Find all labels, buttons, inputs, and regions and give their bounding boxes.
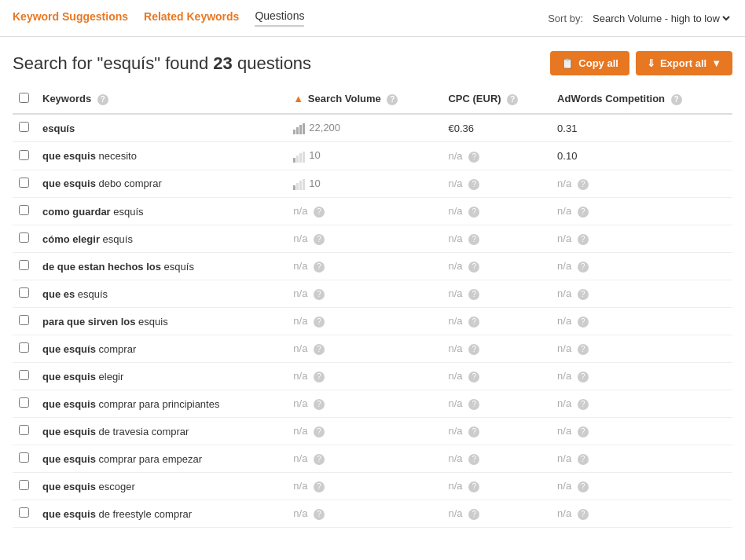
keyword-bold: que es	[42, 288, 75, 300]
volume-na-help-icon[interactable]: ?	[314, 426, 325, 437]
copy-icon: 📋	[561, 57, 574, 69]
adwords-na-help-icon[interactable]: ?	[578, 481, 589, 492]
volume-value: n/a	[293, 232, 307, 244]
cpc-na-help-icon[interactable]: ?	[468, 344, 479, 355]
cpc-na-help-icon[interactable]: ?	[468, 481, 479, 492]
adwords-na-help-icon[interactable]: ?	[578, 262, 589, 273]
cpc-na-help-icon[interactable]: ?	[468, 234, 479, 245]
keyword-bold: que esquis	[42, 371, 96, 382]
row-checkbox[interactable]	[19, 507, 29, 518]
keyword-normal: esquís	[111, 206, 144, 218]
adwords-help-icon[interactable]: ?	[671, 94, 682, 105]
adwords-na-help-icon[interactable]: ?	[578, 234, 589, 245]
adwords-na-help-icon[interactable]: ?	[578, 317, 589, 328]
adwords-na-help-icon[interactable]: ?	[578, 207, 589, 218]
select-all-checkbox[interactable]	[19, 93, 29, 103]
volume-na-help-icon[interactable]: ?	[314, 344, 325, 355]
table-row: que esquis elegirn/a ?n/a ?n/a ?	[13, 363, 732, 390]
tab-related-keywords[interactable]: Related Keywords	[144, 10, 239, 26]
row-checkbox[interactable]	[19, 150, 29, 160]
export-all-button[interactable]: ⇓ Export all ▼	[636, 51, 732, 75]
row-checkbox[interactable]	[19, 397, 29, 408]
adwords-value: n/a	[557, 452, 571, 464]
adwords-cell: n/a ?	[551, 473, 732, 500]
volume-na-help-icon[interactable]: ?	[314, 317, 325, 328]
keyword-normal: escoger	[96, 481, 135, 492]
cpc-na-help-icon[interactable]: ?	[468, 399, 479, 410]
adwords-cell: n/a ?	[551, 445, 732, 473]
volume-na-help-icon[interactable]: ?	[314, 207, 325, 218]
cpc-cell: n/a ?	[442, 170, 551, 197]
copy-all-button[interactable]: 📋 Copy all	[550, 51, 629, 75]
row-checkbox[interactable]	[19, 342, 29, 353]
volume-cell: 10	[287, 142, 442, 170]
volume-value: 10	[309, 178, 320, 189]
row-checkbox[interactable]	[19, 480, 29, 490]
volume-value: n/a	[293, 425, 307, 437]
row-checkbox[interactable]	[19, 205, 29, 215]
volume-value: n/a	[293, 397, 307, 409]
cpc-na-help-icon[interactable]: ?	[468, 289, 479, 300]
adwords-na-help-icon[interactable]: ?	[578, 372, 589, 382]
cpc-cell: n/a ?	[442, 142, 551, 170]
row-checkbox[interactable]	[19, 425, 29, 435]
volume-na-help-icon[interactable]: ?	[314, 509, 325, 520]
tab-keyword-suggestions[interactable]: Keyword Suggestions	[13, 10, 128, 26]
row-checkbox[interactable]	[19, 122, 29, 132]
adwords-na-help-icon[interactable]: ?	[578, 426, 589, 437]
keywords-help-icon[interactable]: ?	[97, 94, 108, 105]
tab-questions[interactable]: Questions	[255, 9, 304, 27]
search-volume-help-icon[interactable]: ?	[387, 94, 398, 105]
keyword-bold: que esquis	[42, 508, 96, 520]
adwords-cell: n/a ?	[551, 418, 732, 445]
row-checkbox[interactable]	[19, 287, 29, 298]
adwords-na-help-icon[interactable]: ?	[578, 454, 589, 465]
row-checkbox[interactable]	[19, 370, 29, 380]
svg-rect-7	[303, 152, 305, 163]
row-checkbox[interactable]	[19, 232, 29, 243]
adwords-cell: 0.31	[551, 114, 732, 142]
volume-na-help-icon[interactable]: ?	[314, 454, 325, 465]
select-all-cell[interactable]	[13, 85, 36, 114]
row-checkbox[interactable]	[19, 315, 29, 325]
volume-value: n/a	[293, 342, 307, 354]
volume-na-help-icon[interactable]: ?	[314, 372, 325, 382]
cpc-na-help-icon[interactable]: ?	[468, 509, 479, 520]
cpc-cell: n/a ?	[442, 198, 551, 225]
adwords-na-help-icon[interactable]: ?	[578, 399, 589, 410]
row-checkbox[interactable]	[19, 452, 29, 463]
cpc-na-help-icon[interactable]: ?	[468, 454, 479, 465]
cpc-na-help-icon[interactable]: ?	[468, 426, 479, 437]
adwords-na-help-icon[interactable]: ?	[578, 289, 589, 300]
col-cpc: CPC (EUR) ?	[442, 85, 551, 114]
cpc-na-help-icon[interactable]: ?	[468, 372, 479, 382]
cpc-na-help-icon[interactable]: ?	[468, 262, 479, 273]
cpc-na-help-icon[interactable]: ?	[468, 317, 479, 328]
volume-na-help-icon[interactable]: ?	[314, 289, 325, 300]
row-checkbox[interactable]	[19, 260, 29, 270]
adwords-cell: n/a ?	[551, 500, 732, 528]
keyword-normal: necesito	[96, 150, 137, 162]
keyword-cell: que esquis comprar para empezar	[36, 445, 287, 473]
sort-select[interactable]: Search Volume - high to low Search Volum…	[589, 12, 732, 25]
cpc-na-help-icon[interactable]: ?	[468, 179, 479, 190]
cpc-value: €0.36	[448, 123, 474, 134]
adwords-na-help-icon[interactable]: ?	[578, 344, 589, 355]
volume-na-help-icon[interactable]: ?	[314, 262, 325, 273]
keyword-normal: esquís	[100, 233, 133, 245]
cpc-na-help-icon[interactable]: ?	[468, 152, 479, 163]
volume-na-help-icon[interactable]: ?	[314, 234, 325, 245]
adwords-na-help-icon[interactable]: ?	[578, 179, 589, 190]
adwords-value: n/a	[557, 425, 571, 437]
row-checkbox[interactable]	[19, 178, 29, 188]
volume-na-help-icon[interactable]: ?	[314, 399, 325, 410]
svg-rect-11	[303, 179, 305, 190]
volume-cell: n/a ?	[287, 418, 442, 445]
cpc-help-icon[interactable]: ?	[507, 94, 518, 105]
adwords-na-help-icon[interactable]: ?	[578, 509, 589, 520]
keyword-normal: esquís	[161, 261, 194, 273]
cpc-na-help-icon[interactable]: ?	[468, 207, 479, 218]
adwords-value: n/a	[557, 397, 571, 409]
volume-na-help-icon[interactable]: ?	[314, 481, 325, 492]
keyword-cell: que esquis de freestyle comprar	[36, 500, 287, 528]
